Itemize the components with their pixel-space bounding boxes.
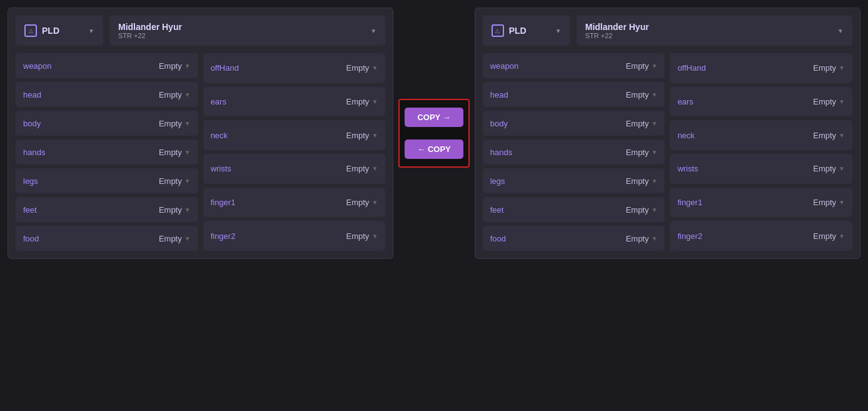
slot-hands-right[interactable]: hands Empty ▼ xyxy=(483,140,665,165)
shield-icon-right: △ xyxy=(492,24,504,37)
slot-arrow-neck-left[interactable]: ▼ xyxy=(371,132,378,139)
slot-finger2-left[interactable]: finger2 Empty ▼ xyxy=(203,221,386,251)
slot-arrow-weapon-left[interactable]: ▼ xyxy=(184,63,191,69)
slot-arrow-offhand-left[interactable]: ▼ xyxy=(371,64,378,71)
gear-grid-right: weapon Empty ▼ head Empty ▼ body Empty ▼… xyxy=(483,53,852,251)
slot-label-legs-left: legs xyxy=(23,176,67,186)
slot-weapon-right[interactable]: weapon Empty ▼ xyxy=(483,53,665,78)
char-info-right: Midlander Hyur STR +22 xyxy=(585,22,649,39)
copy-right-button[interactable]: COPY → xyxy=(405,108,463,127)
slot-hands-left[interactable]: hands Empty ▼ xyxy=(16,140,198,165)
slot-arrow-legs-right[interactable]: ▼ xyxy=(651,178,657,185)
slot-arrow-food-right[interactable]: ▼ xyxy=(651,235,657,242)
slot-value-head-right: Empty xyxy=(626,90,649,99)
slot-arrow-wrists-right[interactable]: ▼ xyxy=(839,165,845,172)
slot-arrow-head-left[interactable]: ▼ xyxy=(184,91,191,98)
slot-arrow-ears-right[interactable]: ▼ xyxy=(839,98,845,105)
job-card-right[interactable]: △ PLD ▼ xyxy=(483,16,570,46)
slot-legs-left[interactable]: legs Empty ▼ xyxy=(16,168,198,193)
slot-arrow-feet-right[interactable]: ▼ xyxy=(651,206,657,213)
slot-label-food-right: food xyxy=(490,234,534,243)
char-dropdown-arrow-right[interactable]: ▼ xyxy=(837,28,844,34)
slot-ears-right[interactable]: ears Empty ▼ xyxy=(670,87,852,117)
slot-value-legs-left: Empty xyxy=(159,176,182,186)
slot-value-finger2-right: Empty xyxy=(813,231,836,241)
job-card-left[interactable]: △ PLD ▼ xyxy=(16,16,103,46)
main-wrapper: △ PLD ▼ Midlander Hyur STR +22 ▼ weapon … xyxy=(8,8,860,259)
slot-value-finger2-left: Empty xyxy=(346,231,370,241)
copy-left-button[interactable]: ← COPY xyxy=(405,140,463,159)
slot-body-right[interactable]: body Empty ▼ xyxy=(483,111,665,136)
slot-arrow-finger1-right[interactable]: ▼ xyxy=(839,199,845,206)
slot-label-offhand-right: offHand xyxy=(677,63,721,73)
job-dropdown-arrow-right[interactable]: ▼ xyxy=(555,28,562,34)
slot-neck-right[interactable]: neck Empty ▼ xyxy=(670,120,852,150)
slot-arrow-finger2-left[interactable]: ▼ xyxy=(371,233,378,240)
slot-arrow-food-left[interactable]: ▼ xyxy=(184,235,191,242)
slot-value-feet-left: Empty xyxy=(159,205,182,215)
slot-body-left[interactable]: body Empty ▼ xyxy=(16,111,198,136)
slot-arrow-body-left[interactable]: ▼ xyxy=(184,120,191,127)
slot-label-head-right: head xyxy=(490,90,534,99)
slot-label-ears-left: ears xyxy=(211,97,255,106)
slot-finger2-right[interactable]: finger2 Empty ▼ xyxy=(670,221,852,251)
slot-value-head-left: Empty xyxy=(159,90,182,99)
slot-finger1-left[interactable]: finger1 Empty ▼ xyxy=(203,188,386,218)
slot-head-left[interactable]: head Empty ▼ xyxy=(16,82,198,107)
slot-label-finger2-left: finger2 xyxy=(211,231,255,241)
slot-label-body-right: body xyxy=(490,119,534,128)
slot-offhand-right[interactable]: offHand Empty ▼ xyxy=(670,53,852,83)
slot-feet-right[interactable]: feet Empty ▼ xyxy=(483,197,665,222)
slot-arrow-hands-right[interactable]: ▼ xyxy=(651,149,657,156)
char-info-left: Midlander Hyur STR +22 xyxy=(118,22,182,39)
slot-label-feet-left: feet xyxy=(23,205,67,215)
slot-value-food-right: Empty xyxy=(626,234,649,243)
slot-arrow-legs-left[interactable]: ▼ xyxy=(184,178,191,185)
char-card-right[interactable]: Midlander Hyur STR +22 ▼ xyxy=(577,16,852,46)
panel-right-header: △ PLD ▼ Midlander Hyur STR +22 ▼ xyxy=(483,16,852,46)
slot-arrow-head-right[interactable]: ▼ xyxy=(651,91,657,98)
slot-value-hands-right: Empty xyxy=(626,148,649,157)
slot-arrow-wrists-left[interactable]: ▼ xyxy=(371,165,378,172)
slot-value-body-left: Empty xyxy=(159,119,182,128)
slot-arrow-offhand-right[interactable]: ▼ xyxy=(839,64,845,71)
slot-value-food-left: Empty xyxy=(159,234,182,243)
slot-ears-left[interactable]: ears Empty ▼ xyxy=(203,87,386,117)
slot-feet-left[interactable]: feet Empty ▼ xyxy=(16,197,198,222)
slot-food-left[interactable]: food Empty ▼ xyxy=(16,226,198,251)
char-card-left[interactable]: Midlander Hyur STR +22 ▼ xyxy=(109,16,385,46)
slot-arrow-weapon-right[interactable]: ▼ xyxy=(651,63,657,69)
slot-arrow-feet-left[interactable]: ▼ xyxy=(184,206,191,213)
slot-legs-right[interactable]: legs Empty ▼ xyxy=(483,168,665,193)
slot-value-neck-left: Empty xyxy=(346,131,370,140)
panel-left-header: △ PLD ▼ Midlander Hyur STR +22 ▼ xyxy=(16,16,385,46)
slot-value-finger1-left: Empty xyxy=(346,198,370,207)
right-col-slots: offHand Empty ▼ ears Empty ▼ neck Empty … xyxy=(203,53,386,251)
slot-finger1-right[interactable]: finger1 Empty ▼ xyxy=(670,188,852,218)
slot-label-head-left: head xyxy=(23,90,67,99)
slot-label-offhand-left: offHand xyxy=(211,63,255,73)
slot-food-right[interactable]: food Empty ▼ xyxy=(483,226,665,251)
slot-value-neck-right: Empty xyxy=(813,131,836,140)
slot-neck-left[interactable]: neck Empty ▼ xyxy=(203,120,386,150)
slot-arrow-hands-left[interactable]: ▼ xyxy=(184,149,191,156)
slot-value-body-right: Empty xyxy=(626,119,649,128)
slot-label-ears-right: ears xyxy=(677,97,721,106)
slot-label-finger1-left: finger1 xyxy=(211,198,255,207)
slot-wrists-left[interactable]: wrists Empty ▼ xyxy=(203,154,386,184)
slot-wrists-right[interactable]: wrists Empty ▼ xyxy=(670,154,852,184)
char-dropdown-arrow-left[interactable]: ▼ xyxy=(370,28,376,34)
slot-head-right[interactable]: head Empty ▼ xyxy=(483,82,665,107)
slot-arrow-finger2-right[interactable]: ▼ xyxy=(839,233,845,240)
slot-weapon-left[interactable]: weapon Empty ▼ xyxy=(16,53,198,78)
slot-arrow-finger1-left[interactable]: ▼ xyxy=(371,199,378,206)
slot-offhand-left[interactable]: offHand Empty ▼ xyxy=(203,53,386,83)
slot-label-weapon-left: weapon xyxy=(23,61,67,71)
slot-arrow-ears-left[interactable]: ▼ xyxy=(371,98,378,105)
slot-value-weapon-right: Empty xyxy=(626,61,649,71)
slot-value-ears-right: Empty xyxy=(813,97,836,106)
slot-label-hands-right: hands xyxy=(490,148,534,157)
job-dropdown-arrow-left[interactable]: ▼ xyxy=(88,28,94,34)
slot-arrow-body-right[interactable]: ▼ xyxy=(651,120,657,127)
slot-arrow-neck-right[interactable]: ▼ xyxy=(839,132,845,139)
